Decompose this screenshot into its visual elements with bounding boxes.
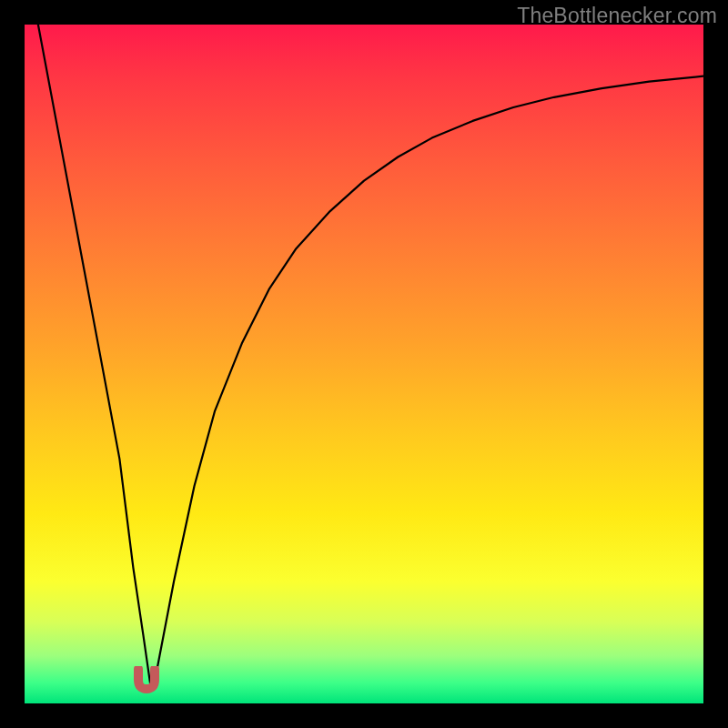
watermark-text: TheBottlenecker.com bbox=[517, 4, 717, 28]
bottleneck-marker-icon bbox=[132, 666, 161, 693]
chart-frame: TheBottlenecker.com bbox=[0, 0, 728, 728]
bottleneck-curve bbox=[25, 25, 703, 703]
plot-area bbox=[25, 25, 703, 703]
